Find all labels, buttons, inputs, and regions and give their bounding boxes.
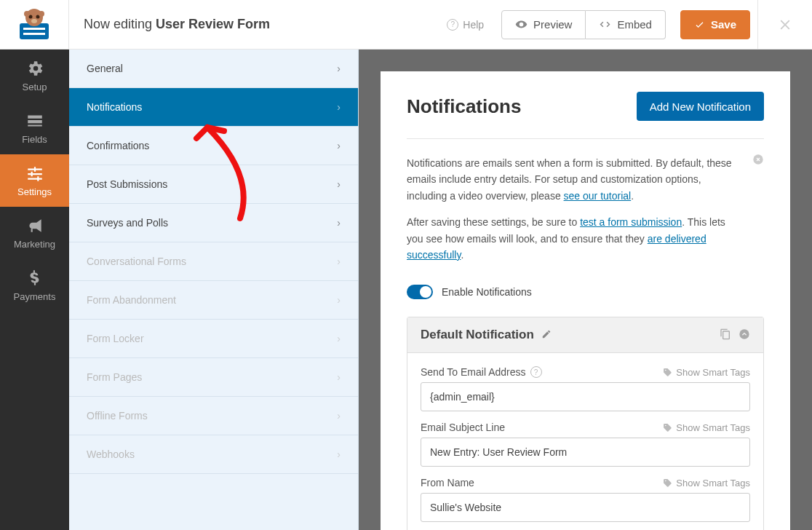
- chevron-right-icon: ›: [337, 63, 341, 74]
- dismiss-info-button[interactable]: [752, 154, 764, 170]
- chevron-right-icon: ›: [337, 256, 341, 267]
- test-submission-link[interactable]: test a form submission: [580, 216, 682, 228]
- subject-input[interactable]: [421, 438, 750, 467]
- settings-submenu: General› Notifications› Confirmations› P…: [69, 50, 359, 530]
- save-button[interactable]: Save: [680, 10, 750, 39]
- sliders-icon: [25, 164, 44, 183]
- submenu-notifications[interactable]: Notifications›: [69, 88, 358, 127]
- submenu-label: Form Pages: [87, 371, 142, 383]
- save-label: Save: [711, 18, 736, 31]
- editing-title: Now editing User Review Form: [69, 17, 435, 32]
- close-icon: [752, 154, 764, 165]
- code-icon: [599, 18, 611, 31]
- wpforms-logo-icon: [17, 7, 52, 42]
- submenu-label: Notifications: [87, 101, 142, 113]
- submenu-webhooks[interactable]: Webhooks›: [69, 435, 358, 474]
- rail-payments[interactable]: Payments: [0, 259, 69, 312]
- enable-notifications-toggle[interactable]: [407, 285, 433, 299]
- submenu-label: Conversational Forms: [87, 256, 186, 267]
- rail-marketing-label: Marketing: [14, 239, 55, 250]
- submenu-form-pages[interactable]: Form Pages›: [69, 358, 358, 397]
- svg-point-6: [24, 11, 30, 17]
- chevron-right-icon: ›: [337, 333, 341, 344]
- close-icon: [777, 17, 793, 33]
- send-to-label: Send To Email Address?: [421, 366, 542, 378]
- chevron-right-icon: ›: [337, 101, 341, 113]
- copy-icon: [720, 328, 731, 340]
- help-icon: ?: [447, 19, 458, 31]
- submenu-label: Surveys and Polls: [87, 217, 168, 229]
- from-name-label: From Name: [421, 477, 474, 489]
- smart-tags-button[interactable]: Show Smart Tags: [663, 367, 750, 378]
- rail-setup-label: Setup: [23, 82, 47, 92]
- tag-icon: [663, 423, 672, 432]
- submenu-confirmations[interactable]: Confirmations›: [69, 127, 358, 165]
- smart-tags-button[interactable]: Show Smart Tags: [663, 478, 750, 489]
- pencil-icon: [541, 329, 552, 339]
- tag-icon: [663, 478, 672, 488]
- chevron-right-icon: ›: [337, 371, 341, 383]
- chevron-right-icon: ›: [337, 217, 341, 229]
- add-notification-button[interactable]: Add New Notification: [637, 92, 764, 121]
- chevron-right-icon: ›: [337, 140, 341, 151]
- check-icon: [694, 19, 705, 30]
- panel-title: Notifications: [407, 95, 521, 118]
- rail-settings-label: Settings: [17, 186, 52, 197]
- smart-tags-button[interactable]: Show Smart Tags: [663, 422, 750, 433]
- help-icon[interactable]: ?: [530, 366, 542, 378]
- form-name: User Review Form: [156, 17, 270, 31]
- collapse-button[interactable]: [739, 328, 750, 342]
- embed-label: Embed: [617, 18, 652, 31]
- submenu-label: Confirmations: [87, 140, 149, 151]
- submenu-offline-forms[interactable]: Offline Forms›: [69, 397, 358, 435]
- help-link[interactable]: ? Help: [435, 19, 495, 31]
- chevron-right-icon: ›: [337, 448, 341, 460]
- rail-fields-label: Fields: [22, 134, 47, 145]
- submenu-form-abandonment[interactable]: Form Abandonment›: [69, 281, 358, 320]
- submenu-general[interactable]: General›: [69, 50, 358, 88]
- submenu-label: Offline Forms: [87, 410, 148, 422]
- card-title: Default Notification: [421, 328, 534, 342]
- svg-rect-2: [23, 33, 45, 35]
- submenu-label: Form Abandonment: [87, 294, 176, 306]
- from-name-input[interactable]: [421, 493, 750, 522]
- dollar-icon: [25, 269, 44, 288]
- submenu-label: General: [87, 63, 123, 74]
- rail-marketing[interactable]: Marketing: [0, 207, 69, 259]
- subject-label: Email Subject Line: [421, 422, 505, 433]
- info-box: Notifications are emails sent when a for…: [407, 139, 764, 279]
- submenu-surveys-polls[interactable]: Surveys and Polls›: [69, 204, 358, 242]
- send-to-input[interactable]: [421, 382, 750, 411]
- bullhorn-icon: [25, 216, 44, 235]
- submenu-label: Webhooks: [87, 448, 135, 460]
- tag-icon: [663, 368, 672, 377]
- tutorial-link[interactable]: see our tutorial: [564, 190, 632, 202]
- submenu-form-locker[interactable]: Form Locker›: [69, 320, 358, 358]
- submenu-conversational-forms[interactable]: Conversational Forms›: [69, 242, 358, 281]
- rail-payments-label: Payments: [14, 291, 56, 302]
- gear-icon: [25, 59, 44, 78]
- rail-settings[interactable]: Settings: [0, 154, 69, 207]
- left-rail: Setup Fields Settings Marketing Payments: [0, 50, 69, 530]
- edit-title-button[interactable]: [541, 329, 552, 341]
- eye-icon: [515, 18, 528, 31]
- rail-setup[interactable]: Setup: [0, 50, 69, 102]
- top-bar: Now editing User Review Form ? Help Prev…: [0, 0, 812, 50]
- help-label: Help: [463, 19, 484, 31]
- notification-card: Default Notification Send To Email Addre…: [407, 317, 764, 530]
- settings-panel: Notifications Add New Notification Notif…: [381, 71, 790, 530]
- preview-label: Preview: [533, 18, 572, 31]
- submenu-label: Form Locker: [87, 333, 144, 344]
- chevron-right-icon: ›: [337, 410, 341, 422]
- embed-button[interactable]: Embed: [586, 10, 666, 39]
- svg-point-8: [31, 19, 37, 23]
- app-logo: [0, 0, 69, 50]
- preview-button[interactable]: Preview: [501, 10, 586, 39]
- submenu-post-submissions[interactable]: Post Submissions›: [69, 165, 358, 204]
- list-icon: [25, 111, 44, 130]
- rail-fields[interactable]: Fields: [0, 102, 69, 154]
- duplicate-button[interactable]: [720, 328, 731, 342]
- close-button[interactable]: [757, 0, 812, 50]
- editing-prefix: Now editing: [84, 17, 156, 31]
- enable-label: Enable Notifications: [442, 286, 532, 298]
